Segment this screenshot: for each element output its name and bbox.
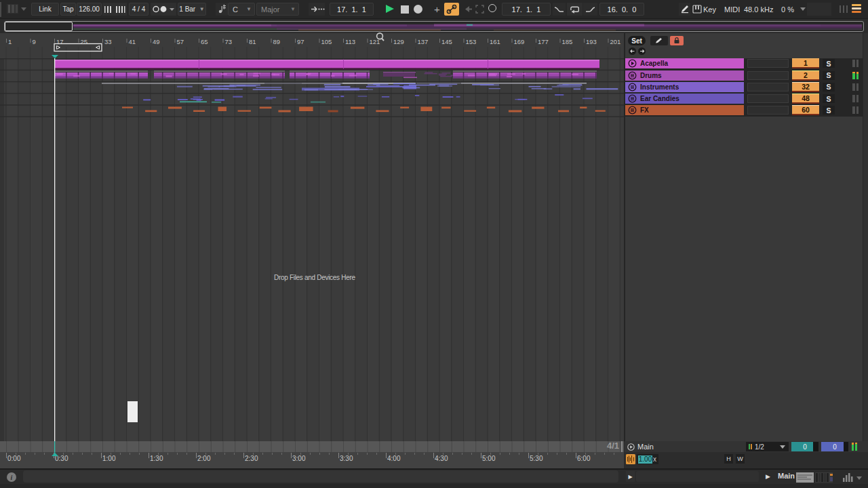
svg-text:2:30: 2:30 [245,455,258,462]
svg-text:9: 9 [33,38,36,45]
svg-text:65: 65 [201,38,208,45]
svg-text:5:30: 5:30 [530,455,543,462]
svg-text:1:00: 1:00 [102,455,116,462]
svg-text:41: 41 [129,38,136,45]
svg-text:73: 73 [225,38,233,45]
svg-text:81: 81 [249,38,256,45]
svg-text:1:30: 1:30 [150,455,163,462]
svg-text:113: 113 [345,38,355,45]
svg-text:3:00: 3:00 [292,455,306,462]
svg-text:193: 193 [586,38,597,45]
svg-text:201: 201 [610,38,621,45]
svg-text:5:00: 5:00 [482,455,496,462]
svg-text:49: 49 [153,38,160,45]
svg-text:97: 97 [297,38,304,45]
svg-text:105: 105 [321,38,332,45]
svg-text:137: 137 [418,38,429,45]
svg-text:177: 177 [538,38,549,45]
svg-text:129: 129 [393,38,404,45]
svg-text:185: 185 [562,38,573,45]
svg-text:153: 153 [466,38,477,45]
svg-text:89: 89 [273,38,281,45]
svg-text:1: 1 [8,38,12,45]
svg-text:169: 169 [514,38,525,45]
svg-text:145: 145 [441,38,452,45]
svg-text:161: 161 [490,38,500,45]
svg-text:3:30: 3:30 [340,455,353,462]
svg-text:33: 33 [104,38,112,45]
svg-text:4:00: 4:00 [387,455,401,462]
svg-text:0:00: 0:00 [7,455,21,462]
svg-text:6:00: 6:00 [577,455,591,462]
svg-text:4:30: 4:30 [435,455,448,462]
svg-text:2:00: 2:00 [197,455,211,462]
svg-text:57: 57 [177,38,184,45]
